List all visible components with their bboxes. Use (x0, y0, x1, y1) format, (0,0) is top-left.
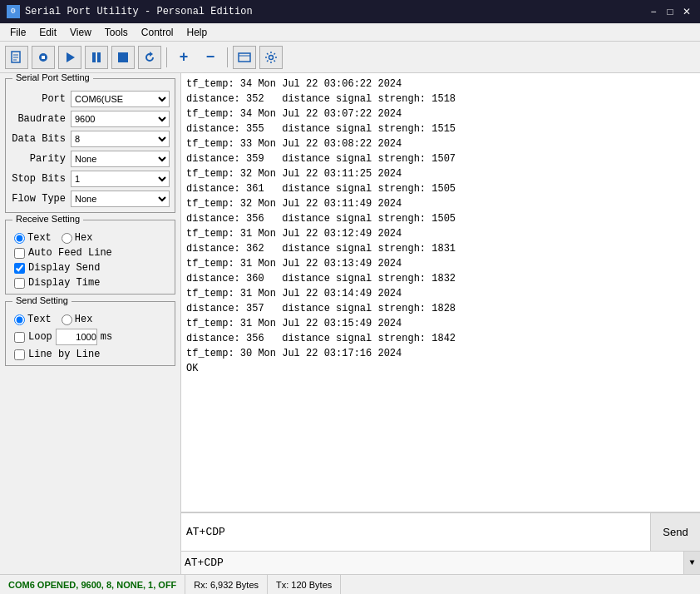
title-bar-left: ⚙ Serial Port Utility - Personal Edition (7, 5, 253, 18)
svg-rect-10 (239, 53, 250, 62)
loop-input[interactable] (56, 329, 97, 345)
rx-status: Rx: 6,932 Bytes (185, 575, 268, 594)
output-line: OK (186, 361, 695, 376)
display-send-checkbox[interactable] (14, 263, 25, 274)
stopbits-row: Stop Bits 1 1.5 2 (11, 171, 170, 187)
remove-button[interactable]: − (199, 46, 222, 69)
menu-edit[interactable]: Edit (32, 25, 63, 40)
output-line: distance: 355 distance signal strengh: 1… (186, 121, 695, 136)
loop-checkbox[interactable] (14, 332, 25, 343)
output-area: tf_temp: 34 Mon Jul 22 03:06:22 2024dist… (181, 73, 700, 512)
refresh-button[interactable] (138, 46, 161, 69)
svg-rect-9 (118, 52, 128, 62)
line-by-line-checkbox[interactable] (14, 349, 25, 360)
output-line: tf_temp: 34 Mon Jul 22 03:06:22 2024 (186, 77, 695, 92)
left-panel: Serial Port Setting Port COM6(USE Baudra… (0, 73, 181, 574)
receive-mode-group: Text Hex (14, 232, 170, 244)
output-line: tf_temp: 31 Mon Jul 22 03:13:49 2024 (186, 256, 695, 271)
output-line: tf_temp: 30 Mon Jul 22 03:17:16 2024 (186, 346, 695, 361)
output-line: distance: 361 distance signal strengh: 1… (186, 181, 695, 196)
port-label: Port (11, 93, 71, 105)
history-area: AT+CDP ▼ (181, 551, 700, 574)
menu-tools[interactable]: Tools (98, 25, 135, 40)
display-send-label: Display Send (28, 262, 100, 274)
baudrate-select[interactable]: 9600 115200 57600 (71, 111, 170, 127)
tx-status: Tx: 120 Bytes (268, 575, 341, 594)
send-mode-group: Text Hex (14, 314, 170, 325)
send-setting-title: Send Setting (12, 295, 71, 305)
parity-select[interactable]: None Even Odd (71, 151, 170, 167)
flowtype-select[interactable]: None RTS/CTS XON/XOFF (71, 191, 170, 207)
auto-feed-line-row: Auto Feed Line (14, 247, 170, 259)
right-panel: tf_temp: 34 Mon Jul 22 03:06:22 2024dist… (181, 73, 700, 574)
baudrate-label: Baudrate (11, 113, 71, 125)
add-button[interactable]: + (172, 46, 195, 69)
main-content: Serial Port Setting Port COM6(USE Baudra… (0, 73, 700, 574)
databits-select[interactable]: 8 7 (71, 131, 170, 147)
output-line: tf_temp: 31 Mon Jul 22 03:14:49 2024 (186, 286, 695, 301)
loop-unit-label: ms (101, 331, 112, 343)
menu-control[interactable]: Control (135, 25, 180, 40)
flowtype-label: Flow Type (11, 193, 71, 205)
app-icon: ⚙ (7, 5, 20, 18)
new-button[interactable] (5, 46, 28, 69)
port-select[interactable]: COM6(USE (71, 91, 170, 107)
receive-text-radio[interactable]: Text (14, 232, 52, 244)
title-bar: ⚙ Serial Port Utility - Personal Edition… (0, 0, 700, 23)
maximize-button[interactable]: □ (663, 5, 677, 18)
menu-file[interactable]: File (3, 25, 32, 40)
output-line: distance: 360 distance signal strengh: 1… (186, 271, 695, 286)
play-button[interactable] (58, 46, 81, 69)
loop-row: Loop ms (14, 329, 170, 345)
output-line: tf_temp: 32 Mon Jul 22 03:11:25 2024 (186, 166, 695, 181)
menu-help[interactable]: Help (180, 25, 214, 40)
output-line: tf_temp: 32 Mon Jul 22 03:11:49 2024 (186, 196, 695, 211)
display-send-row: Display Send (14, 262, 170, 274)
minimize-button[interactable]: − (647, 5, 660, 18)
output-line: distance: 357 distance signal strengh: 1… (186, 301, 695, 316)
line-by-line-label: Line by Line (28, 349, 100, 360)
receive-text-label: Text (27, 232, 52, 244)
serial-port-setting-section: Serial Port Setting Port COM6(USE Baudra… (5, 78, 175, 213)
svg-rect-5 (42, 56, 45, 59)
pause-button[interactable] (85, 46, 108, 69)
send-text-radio[interactable]: Text (14, 314, 52, 325)
auto-feed-line-checkbox[interactable] (14, 248, 25, 259)
svg-marker-6 (67, 52, 75, 62)
send-button[interactable]: Send (650, 513, 700, 551)
window-button[interactable] (233, 46, 256, 69)
send-hex-radio[interactable]: Hex (62, 314, 93, 325)
settings-button[interactable] (259, 46, 283, 69)
stopbits-label: Stop Bits (11, 173, 71, 185)
output-line: distance: 359 distance signal strengh: 1… (186, 151, 695, 166)
toolbar-separator-2 (227, 47, 228, 67)
flowtype-row: Flow Type None RTS/CTS XON/XOFF (11, 191, 170, 207)
line-by-line-row: Line by Line (14, 349, 170, 360)
close-button[interactable]: ✕ (680, 5, 693, 18)
serial-port-setting-title: Serial Port Setting (12, 73, 93, 82)
output-line: distance: 352 distance signal strengh: 1… (186, 92, 695, 106)
receive-setting-title: Receive Setting (12, 214, 83, 224)
stopbits-select[interactable]: 1 1.5 2 (71, 171, 170, 187)
send-text-label: Text (27, 314, 52, 325)
record-button[interactable] (32, 46, 55, 69)
display-time-checkbox[interactable] (14, 278, 25, 289)
send-input[interactable] (181, 513, 650, 551)
stop-button[interactable] (111, 46, 135, 69)
send-area: Send (181, 512, 700, 551)
history-dropdown-arrow[interactable]: ▼ (683, 552, 700, 574)
svg-rect-7 (92, 52, 96, 62)
toolbar-separator-1 (166, 47, 167, 67)
status-bar: COM6 OPENED, 9600, 8, NONE, 1, OFF Rx: 6… (0, 574, 700, 594)
menu-view[interactable]: View (63, 25, 98, 40)
parity-label: Parity (11, 153, 71, 165)
svg-rect-8 (97, 52, 101, 62)
output-line: tf_temp: 31 Mon Jul 22 03:15:49 2024 (186, 316, 695, 331)
receive-hex-label: Hex (75, 232, 93, 244)
display-time-row: Display Time (14, 277, 170, 289)
history-select[interactable]: AT+CDP (181, 552, 683, 574)
receive-hex-radio[interactable]: Hex (62, 232, 93, 244)
output-line: tf_temp: 31 Mon Jul 22 03:12:49 2024 (186, 226, 695, 241)
menu-bar: File Edit View Tools Control Help (0, 23, 700, 42)
output-line: tf_temp: 33 Mon Jul 22 03:08:22 2024 (186, 136, 695, 151)
